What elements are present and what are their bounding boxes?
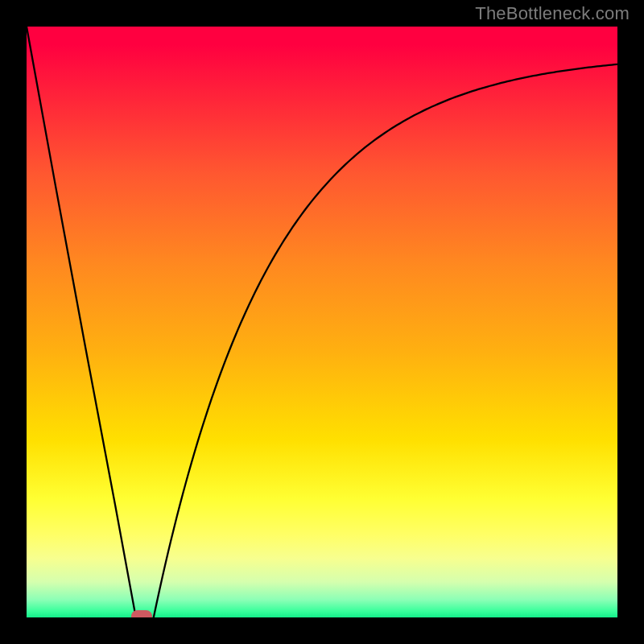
minimum-marker — [131, 610, 152, 617]
bottleneck-curve — [27, 27, 617, 617]
chart-frame: TheBottleneck.com — [0, 0, 644, 644]
watermark-text: TheBottleneck.com — [475, 3, 630, 24]
plot-area — [27, 27, 617, 617]
